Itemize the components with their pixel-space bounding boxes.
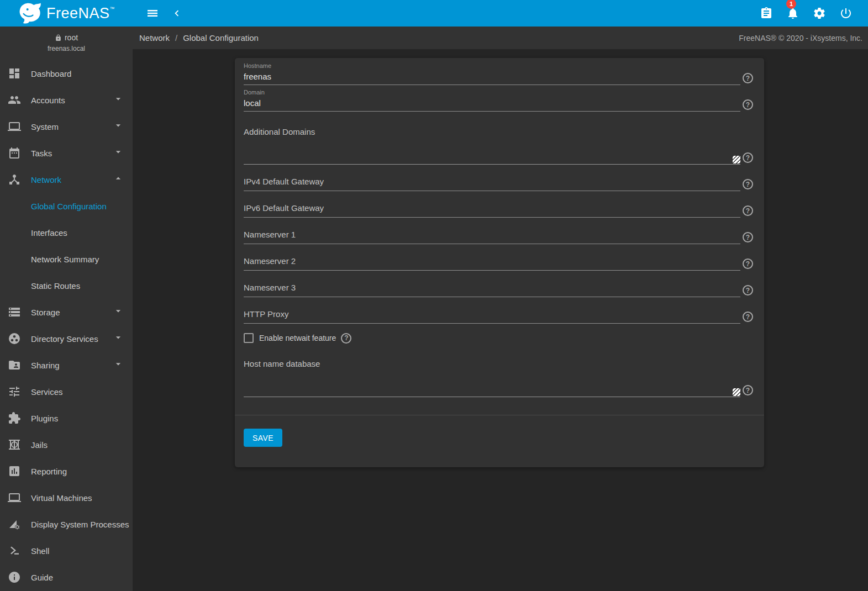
sidebar-item-storage[interactable]: Storage <box>0 299 133 325</box>
sidebar-item-network[interactable]: Network <box>0 166 133 193</box>
save-button[interactable]: SAVE <box>244 429 282 447</box>
hostname-input[interactable] <box>244 70 740 85</box>
domain-row: Domain ? <box>244 89 753 112</box>
tune-icon <box>8 385 21 398</box>
breadcrumb-separator: / <box>175 33 177 43</box>
hostname-label: Hostname <box>244 62 740 70</box>
sidebar-item-shell[interactable]: Shell <box>0 537 133 564</box>
sidebar-item-sharing[interactable]: Sharing <box>0 352 133 378</box>
nameserver3-input[interactable] <box>244 279 740 297</box>
nameserver1-input[interactable] <box>244 226 740 244</box>
chevron-down-icon <box>113 93 124 107</box>
ipv4-gateway-input[interactable] <box>244 173 740 191</box>
sidebar-item-virtual-machines[interactable]: Virtual Machines <box>0 484 133 511</box>
http-proxy-row: ? <box>244 306 753 324</box>
help-icon[interactable]: ? <box>743 73 753 83</box>
help-icon[interactable]: ? <box>743 258 753 269</box>
sidebar-item-global-configuration[interactable]: Global Configuration <box>0 193 133 219</box>
help-icon[interactable]: ? <box>743 232 753 242</box>
help-icon[interactable]: ? <box>743 99 753 110</box>
netwait-checkbox[interactable] <box>244 333 254 343</box>
help-icon[interactable]: ? <box>341 333 351 344</box>
sidebar-item-tasks[interactable]: Tasks <box>0 140 133 166</box>
additional-domains-textarea[interactable] <box>244 136 740 165</box>
nameserver1-row: ? <box>244 226 753 244</box>
notifications-icon[interactable]: 1 <box>780 2 806 24</box>
domain-label: Domain <box>244 89 740 96</box>
user-block: root freenas.local <box>0 27 133 60</box>
nameserver2-input[interactable] <box>244 253 740 270</box>
settings-icon[interactable] <box>806 2 833 24</box>
folder-shared-icon <box>8 358 21 372</box>
sidebar-item-accounts[interactable]: Accounts <box>0 87 133 113</box>
info-icon <box>8 571 21 584</box>
group-work-icon <box>8 332 21 345</box>
breadcrumb-network[interactable]: Network <box>139 33 170 43</box>
card-footer-divider <box>235 415 764 415</box>
help-icon[interactable]: ? <box>743 385 753 395</box>
nameserver2-row: ? <box>244 253 753 271</box>
domain-input[interactable] <box>244 96 740 111</box>
sidebar-item-services[interactable]: Services <box>0 378 133 405</box>
ipv6-gateway-input[interactable] <box>244 200 740 217</box>
chevron-down-icon <box>113 358 124 372</box>
nameserver3-row: ? <box>244 279 753 297</box>
hostname-database-row: Host name database ? <box>244 359 753 397</box>
menu-icon[interactable] <box>141 2 164 24</box>
help-icon[interactable]: ? <box>743 205 753 216</box>
help-icon[interactable]: ? <box>743 152 753 163</box>
hostname-row: Hostname ? <box>244 62 753 85</box>
sidebar-item-interfaces[interactable]: Interfaces <box>0 219 133 246</box>
copyright-text: FreeNAS® © 2020 - iXsystems, Inc. <box>739 34 862 43</box>
sidebar-item-directory-services[interactable]: Directory Services <box>0 325 133 352</box>
terminal-icon <box>8 544 21 557</box>
sidebar-item-static-routes[interactable]: Static Routes <box>0 272 133 299</box>
http-proxy-input[interactable] <box>244 306 740 323</box>
puzzle-icon <box>8 411 21 425</box>
calendar-icon <box>8 146 21 160</box>
people-icon <box>8 93 21 107</box>
dashboard-icon <box>8 67 21 80</box>
processes-icon <box>8 518 21 531</box>
sidebar-item-network-summary[interactable]: Network Summary <box>0 246 133 272</box>
chevron-left-icon[interactable] <box>166 2 188 24</box>
chevron-down-icon <box>113 120 124 133</box>
sidebar-item-system[interactable]: System <box>0 113 133 140</box>
help-icon[interactable]: ? <box>743 312 753 322</box>
user-name: root <box>65 33 78 42</box>
network-hub-icon <box>8 173 21 186</box>
help-icon[interactable]: ? <box>743 179 753 189</box>
sidebar-item-display-system-processes[interactable]: Display System Processes <box>0 511 133 537</box>
breadcrumb-page: Global Configuration <box>183 33 259 43</box>
chevron-down-icon <box>113 146 124 160</box>
netwait-row: Enable netwait feature ? <box>244 331 753 345</box>
help-icon[interactable]: ? <box>743 285 753 296</box>
ipv4-gateway-row: ? <box>244 173 753 191</box>
task-manager-icon[interactable] <box>753 2 780 24</box>
user-host: freenas.local <box>0 45 133 52</box>
sidebar: root freenas.local Dashboard Accounts Sy… <box>0 27 133 591</box>
global-configuration-card: Hostname ? Domain ? Additional Domains ?… <box>235 58 764 467</box>
power-icon[interactable] <box>833 2 859 24</box>
hostname-database-label: Host name database <box>244 359 753 368</box>
chevron-up-icon <box>113 173 124 186</box>
ipv6-gateway-row: ? <box>244 200 753 218</box>
storage-icon <box>8 305 21 319</box>
hostname-database-textarea[interactable] <box>244 368 740 397</box>
resize-handle-icon[interactable] <box>733 388 740 396</box>
netwait-label: Enable netwait feature <box>259 334 336 342</box>
sidebar-item-reporting[interactable]: Reporting <box>0 458 133 484</box>
additional-domains-label: Additional Domains <box>244 127 753 136</box>
bar-chart-icon <box>8 465 21 478</box>
top-header: FreeNAS™ 1 <box>0 0 868 27</box>
jail-icon <box>8 438 21 451</box>
laptop-icon <box>8 120 21 133</box>
sidebar-item-dashboard[interactable]: Dashboard <box>0 60 133 87</box>
sidebar-item-guide[interactable]: Guide <box>0 564 133 590</box>
freenas-logo[interactable]: FreeNAS™ <box>0 0 133 27</box>
resize-handle-icon[interactable] <box>733 156 740 163</box>
chevron-down-icon <box>113 305 124 319</box>
sidebar-item-plugins[interactable]: Plugins <box>0 405 133 431</box>
brand-text: FreeNAS™ <box>46 6 115 21</box>
sidebar-item-jails[interactable]: Jails <box>0 431 133 458</box>
